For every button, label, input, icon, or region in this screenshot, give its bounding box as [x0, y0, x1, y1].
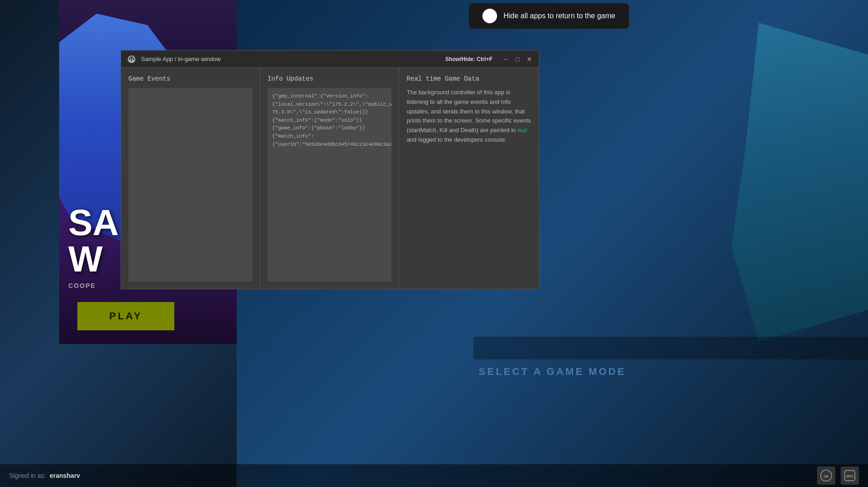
epic-games-logo: EPIC — [841, 466, 859, 485]
play-button[interactable]: PLAY — [77, 302, 174, 330]
window-content: Game Events Info Updates {"gep_internal"… — [121, 68, 539, 289]
info-updates-body[interactable]: {"gep_internal":{"version_info": {"local… — [268, 88, 392, 282]
username-display: eransharv — [50, 472, 80, 479]
unreal-engine-logo: UE — [817, 466, 835, 485]
game-title-area: SA W COOPE — [68, 205, 119, 289]
svg-text:EPIC: EPIC — [846, 475, 853, 478]
window-title: Sample App / in-game window — [141, 56, 221, 62]
maximize-button[interactable]: □ — [513, 55, 522, 63]
info-line-1: {"gep_internal":{"version_info": — [272, 92, 387, 101]
game-title-line2: W — [68, 241, 119, 277]
game-events-heading: Game Events — [128, 75, 253, 82]
top-notification-area: Hide all apps to return to the game — [230, 0, 868, 32]
teal-link[interactable]: teal — [518, 127, 527, 133]
close-button[interactable]: ✕ — [525, 55, 533, 63]
game-subtitle: COOPE — [68, 282, 119, 289]
info-line-3: 75.3.0\",\"is_updated\":false}}} — [272, 108, 387, 117]
signed-in-label: Signed in as: — [9, 472, 46, 479]
realtime-body: The background controller of this app is… — [406, 88, 531, 282]
info-line-5: {"game_info":{"phase":"lobby"}} — [272, 124, 387, 133]
svg-text:UE: UE — [824, 474, 828, 478]
realtime-heading: Real time Game Data — [406, 75, 531, 82]
game-events-body — [128, 88, 253, 282]
info-line-4: {"match_info":{"mode":"solo"}} — [272, 117, 387, 125]
minimize-button[interactable]: − — [502, 55, 510, 63]
info-line-6: {"match_info": — [272, 133, 387, 141]
info-updates-heading: Info Updates — [268, 75, 392, 82]
realtime-text-before-link: The background controller of this app is… — [406, 89, 531, 133]
showhide-text: Show/Hide: — [445, 56, 475, 62]
notification-text: Hide all apps to return to the game — [503, 12, 615, 20]
app-icon — [127, 54, 137, 64]
mode-selection-bar — [473, 337, 868, 359]
info-line-2: {"local_version\":\"175.2.2\",\"public_v… — [272, 101, 387, 109]
ingame-overlay-window[interactable]: Sample App / in-game window Show/Hide: C… — [121, 50, 539, 289]
realtime-text-after-link: and logged to the developers console. — [406, 136, 507, 143]
game-title-line1: SA — [68, 205, 119, 241]
realtime-description: The background controller of this app is… — [406, 88, 531, 145]
info-updates-panel: Info Updates {"gep_internal":{"version_i… — [260, 68, 400, 289]
info-line-7: {"userID":"5e526e4ddbc64574bc21e4e90c3a2… — [272, 141, 387, 149]
bottom-right-logos: UE EPIC — [817, 466, 859, 485]
game-events-panel: Game Events — [121, 68, 260, 289]
window-controls: − □ ✕ — [502, 55, 533, 63]
right-character-decoration — [731, 23, 868, 342]
realtime-panel: Real time Game Data The background contr… — [399, 68, 538, 289]
window-showhide-label: Show/Hide: Ctrl+F — [445, 56, 492, 62]
shortcut-key: Ctrl+F — [477, 56, 492, 62]
window-titlebar: Sample App / in-game window Show/Hide: C… — [121, 51, 539, 68]
select-mode-text: SELECT A GAME MODE — [479, 366, 626, 378]
wolf-icon — [482, 9, 497, 23]
notification-pill: Hide all apps to return to the game — [469, 3, 629, 29]
play-button-area[interactable]: PLAY — [77, 302, 174, 330]
bottom-status-bar: Signed in as: eransharv UE EPIC — [0, 464, 868, 487]
